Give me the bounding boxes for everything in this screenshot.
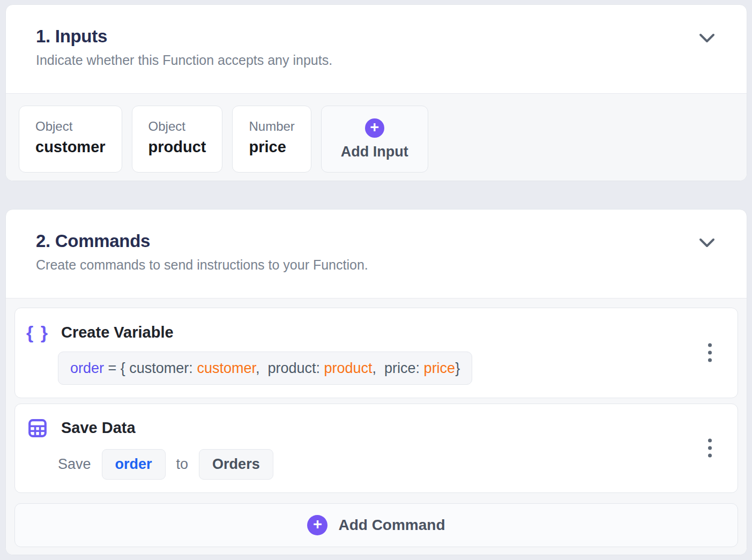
plus-icon bbox=[307, 515, 327, 535]
to-label: to bbox=[176, 456, 189, 473]
save-variable-selector[interactable]: order bbox=[102, 449, 166, 480]
code-key: price: bbox=[384, 360, 424, 376]
code-value: price bbox=[424, 360, 456, 376]
inputs-section-subtitle: Indicate whether this Function accepts a… bbox=[36, 52, 677, 69]
command-card-create-variable[interactable]: Create Variable order = { customer: cust… bbox=[14, 308, 738, 398]
code-key: customer: bbox=[129, 360, 197, 376]
command-title-row: Create Variable bbox=[25, 322, 686, 343]
create-variable-expression[interactable]: order = { customer: customer, product: p… bbox=[58, 352, 472, 385]
code-close-brace: } bbox=[455, 360, 460, 376]
chevron-down-icon bbox=[698, 243, 716, 251]
kebab-menu-icon[interactable] bbox=[703, 339, 717, 367]
commands-collapse-button[interactable] bbox=[695, 234, 719, 254]
inputs-section: 1. Inputs Indicate whether this Function… bbox=[5, 4, 747, 181]
code-separator: , bbox=[256, 360, 268, 376]
command-title: Save Data bbox=[61, 419, 136, 437]
add-command-button[interactable]: Add Command bbox=[14, 503, 738, 547]
commands-section: 2. Commands Create commands to send inst… bbox=[5, 209, 747, 555]
input-name-label: price bbox=[249, 138, 294, 156]
inputs-list: Object customer Object product Number pr… bbox=[6, 93, 747, 181]
add-input-label: Add Input bbox=[341, 144, 408, 160]
add-command-label: Add Command bbox=[338, 517, 445, 534]
command-card-save-data[interactable]: Save Data Save order to Orders bbox=[14, 404, 738, 493]
commands-list: Create Variable order = { customer: cust… bbox=[6, 298, 747, 555]
inputs-collapse-button[interactable] bbox=[695, 29, 719, 49]
code-separator: , bbox=[373, 360, 385, 376]
input-name-label: customer bbox=[35, 138, 106, 156]
plus-icon bbox=[365, 118, 384, 138]
save-data-config-row: Save order to Orders bbox=[58, 449, 686, 480]
input-name-label: product bbox=[148, 138, 206, 156]
inputs-section-header: 1. Inputs Indicate whether this Function… bbox=[6, 5, 747, 93]
input-type-label: Number bbox=[249, 119, 294, 134]
save-target-selector[interactable]: Orders bbox=[199, 449, 273, 480]
code-assign-operator: = { bbox=[104, 360, 129, 376]
code-key: product: bbox=[267, 360, 324, 376]
table-icon bbox=[25, 418, 50, 438]
inputs-section-title: 1. Inputs bbox=[36, 26, 677, 47]
function-editor-page: 1. Inputs Indicate whether this Function… bbox=[0, 0, 752, 560]
command-title-row: Save Data bbox=[25, 418, 686, 438]
chevron-down-icon bbox=[698, 38, 716, 46]
commands-section-subtitle: Create commands to send instructions to … bbox=[36, 257, 677, 273]
kebab-menu-icon[interactable] bbox=[703, 435, 717, 462]
input-type-label: Object bbox=[35, 119, 106, 134]
input-chip-price[interactable]: Number price bbox=[232, 106, 311, 173]
code-value: customer bbox=[197, 360, 256, 376]
input-type-label: Object bbox=[148, 119, 206, 134]
save-label: Save bbox=[58, 456, 91, 473]
commands-section-title: 2. Commands bbox=[36, 231, 677, 251]
code-variable-name: order bbox=[70, 360, 104, 376]
input-chip-customer[interactable]: Object customer bbox=[19, 106, 122, 173]
input-chip-product[interactable]: Object product bbox=[132, 106, 223, 173]
commands-section-header: 2. Commands Create commands to send inst… bbox=[6, 210, 747, 298]
braces-icon bbox=[25, 322, 50, 343]
command-title: Create Variable bbox=[61, 324, 174, 341]
code-value: product bbox=[324, 360, 373, 376]
add-input-button[interactable]: Add Input bbox=[321, 106, 428, 173]
